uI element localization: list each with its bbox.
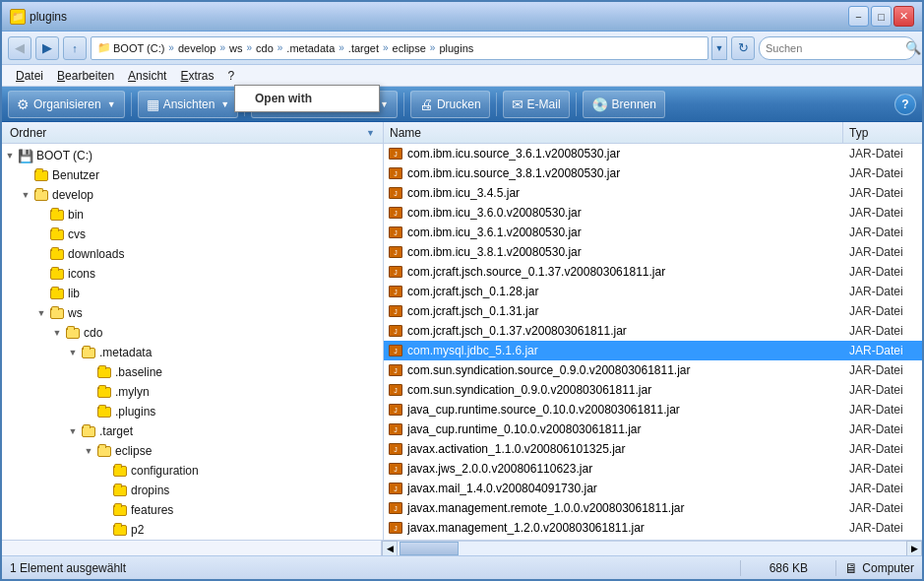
col-name-header[interactable]: Name xyxy=(384,122,843,143)
help-button[interactable]: ? xyxy=(894,94,916,115)
tree-toggle-p2[interactable] xyxy=(96,522,112,538)
tree-icon-plugins_tree xyxy=(96,404,112,420)
file-row[interactable]: Jcom.ibm.icu_3.8.1.v20080530.jarJAR-Date… xyxy=(384,242,922,262)
tree-item-boot[interactable]: ▼💾BOOT (C:) xyxy=(2,146,383,165)
menu-bearbeiten[interactable]: Bearbeiten xyxy=(51,67,120,85)
tree-item-develop[interactable]: ▼develop xyxy=(2,185,383,205)
address-path[interactable]: 📁 BOOT (C:) » develop » ws » cdo » .meta… xyxy=(91,36,708,60)
views-button[interactable]: ▦ Ansichten ▼ xyxy=(138,91,239,118)
file-row[interactable]: Jcom.jcraft.jsch.source_0.1.37.v20080306… xyxy=(384,262,922,282)
folder-tree[interactable]: ▼💾BOOT (C:)Benutzer▼developbincvsdownloa… xyxy=(2,144,383,540)
file-row[interactable]: Jcom.ibm.icu.source_3.6.1.v20080530.jarJ… xyxy=(384,144,922,163)
email-button[interactable]: ✉ E-Mail xyxy=(503,91,570,118)
tree-toggle-target[interactable]: ▼ xyxy=(65,423,81,439)
tree-toggle-benutzer[interactable] xyxy=(18,167,33,183)
menu-extras[interactable]: Extras xyxy=(174,67,219,85)
close-button[interactable]: ✕ xyxy=(893,6,914,27)
tree-label-lib: lib xyxy=(68,287,80,300)
jar-icon: J xyxy=(388,442,403,456)
file-row[interactable]: Jcom.jcraft.jsch_0.1.28.jarJAR-Datei xyxy=(384,282,922,301)
tree-item-mylyn[interactable]: .mylyn xyxy=(2,382,383,402)
tree-toggle-downloads[interactable] xyxy=(33,246,49,262)
menu-datei[interactable]: Datei xyxy=(10,67,49,85)
tree-toggle-cdo[interactable]: ▼ xyxy=(49,325,65,341)
file-row[interactable]: Jjavax.jws_2.0.0.v200806110623.jarJAR-Da… xyxy=(384,459,922,479)
file-row[interactable]: Jcom.sun.syndication.source_0.9.0.v20080… xyxy=(384,360,922,380)
tree-label-benutzer: Benutzer xyxy=(52,168,99,182)
file-name: com.sun.syndication_0.9.0.v200803061811.… xyxy=(407,383,843,397)
h-scroll-right-btn[interactable]: ▶ xyxy=(906,541,922,556)
tree-item-cdo[interactable]: ▼cdo xyxy=(2,323,383,343)
tree-toggle-configuration[interactable] xyxy=(96,463,112,479)
tree-toggle-baseline[interactable] xyxy=(81,364,96,380)
burn-button[interactable]: 💿 Brennen xyxy=(583,91,665,118)
tree-toggle-eclipse[interactable]: ▼ xyxy=(81,443,96,459)
tree-toggle-cvs[interactable] xyxy=(33,226,49,242)
tree-item-benutzer[interactable]: Benutzer xyxy=(2,165,383,185)
h-scroll-track[interactable] xyxy=(398,541,906,556)
panel-header-dropdown[interactable]: ▼ xyxy=(366,128,375,138)
file-row[interactable]: Jjavax.activation_1.1.0.v200806101325.ja… xyxy=(384,439,922,459)
tree-toggle-plugins_tree[interactable] xyxy=(81,404,96,420)
file-row[interactable]: Jcom.ibm.icu_3.6.1.v20080530.jarJAR-Date… xyxy=(384,223,922,242)
tree-item-baseline[interactable]: .baseline xyxy=(2,362,383,382)
h-scroll-left-btn[interactable]: ◀ xyxy=(382,541,398,556)
tree-item-icons[interactable]: icons xyxy=(2,264,383,284)
tree-item-features[interactable]: features xyxy=(2,500,383,520)
refresh-button[interactable]: ↻ xyxy=(731,36,755,60)
h-scroll-thumb[interactable] xyxy=(400,542,459,555)
jar-icon: J xyxy=(388,166,403,180)
tree-item-p2[interactable]: p2 xyxy=(2,520,383,540)
file-row[interactable]: Jcom.ibm.icu_3.4.5.jarJAR-Datei xyxy=(384,183,922,203)
file-list[interactable]: Jcom.ibm.icu.source_3.6.1.v20080530.jarJ… xyxy=(384,144,922,540)
maximize-button[interactable]: □ xyxy=(871,6,892,27)
search-icon[interactable]: 🔍 xyxy=(905,40,921,55)
file-row[interactable]: Jjavax.management_1.2.0.v200803061811.ja… xyxy=(384,518,922,538)
file-row[interactable]: Jjavax.mail_1.4.0.v200804091730.jarJAR-D… xyxy=(384,479,922,498)
minimize-button[interactable]: − xyxy=(848,6,869,27)
file-row[interactable]: Jjavax.management.remote_1.0.0.v20080306… xyxy=(384,498,922,518)
up-button[interactable]: ↑ xyxy=(63,36,87,60)
col-type-header[interactable]: Typ xyxy=(843,122,922,143)
tree-item-configuration[interactable]: configuration xyxy=(2,461,383,481)
tree-toggle-develop[interactable]: ▼ xyxy=(18,187,33,203)
file-row[interactable]: Jcom.ibm.icu.source_3.8.1.v20080530.jarJ… xyxy=(384,163,922,183)
file-row[interactable]: Jcom.jcraft.jsch_0.1.37.v200803061811.ja… xyxy=(384,321,922,341)
tree-toggle-lib[interactable] xyxy=(33,286,49,301)
search-input[interactable] xyxy=(766,42,901,54)
tree-toggle-metadata[interactable]: ▼ xyxy=(65,345,81,360)
tree-item-lib[interactable]: lib xyxy=(2,284,383,303)
file-row[interactable]: Jcom.mysql.jdbc_5.1.6.jarJAR-Datei xyxy=(384,341,922,360)
tree-item-cvs[interactable]: cvs xyxy=(2,225,383,244)
tree-toggle-icons[interactable] xyxy=(33,266,49,282)
tree-item-downloads[interactable]: downloads xyxy=(2,244,383,264)
tree-item-eclipse[interactable]: ▼eclipse xyxy=(2,441,383,461)
tree-toggle-ws[interactable]: ▼ xyxy=(33,305,49,321)
tree-toggle-bin[interactable] xyxy=(33,207,49,223)
file-name: javax.mail_1.4.0.v200804091730.jar xyxy=(407,482,843,495)
tree-item-ws[interactable]: ▼ws xyxy=(2,303,383,323)
path-seg-3: cdo xyxy=(256,42,274,54)
organize-button[interactable]: ⚙ Organisieren ▼ xyxy=(8,91,125,118)
tree-item-bin[interactable]: bin xyxy=(2,205,383,225)
forward-button[interactable]: ▶ xyxy=(35,36,59,60)
file-row[interactable]: Jjava_cup.runtime_0.10.0.v200803061811.j… xyxy=(384,420,922,439)
tree-item-plugins_tree[interactable]: .plugins xyxy=(2,402,383,421)
tree-item-target[interactable]: ▼.target xyxy=(2,421,383,441)
file-row[interactable]: Jjava_cup.runtime.source_0.10.0.v2008030… xyxy=(384,400,922,420)
back-button[interactable]: ◀ xyxy=(8,36,31,60)
file-row[interactable]: Jcom.ibm.icu_3.6.0.v20080530.jarJAR-Date… xyxy=(384,203,922,223)
tree-toggle-features[interactable] xyxy=(96,502,112,518)
file-row[interactable]: Jcom.jcraft.jsch_0.1.31.jarJAR-Datei xyxy=(384,301,922,321)
tree-toggle-boot[interactable]: ▼ xyxy=(2,148,18,163)
file-row[interactable]: Jcom.sun.syndication_0.9.0.v200803061811… xyxy=(384,380,922,400)
menu-help[interactable]: ? xyxy=(222,67,241,85)
tree-item-metadata[interactable]: ▼.metadata xyxy=(2,343,383,362)
menu-ansicht[interactable]: Ansicht xyxy=(122,67,172,85)
tree-item-dropins[interactable]: dropins xyxy=(2,481,383,500)
path-dropdown[interactable]: ▼ xyxy=(711,36,727,60)
print-button[interactable]: 🖨 Drucken xyxy=(410,91,490,118)
tree-toggle-mylyn[interactable] xyxy=(81,384,96,400)
tree-toggle-dropins[interactable] xyxy=(96,483,112,498)
file-type: JAR-Datei xyxy=(843,166,922,180)
